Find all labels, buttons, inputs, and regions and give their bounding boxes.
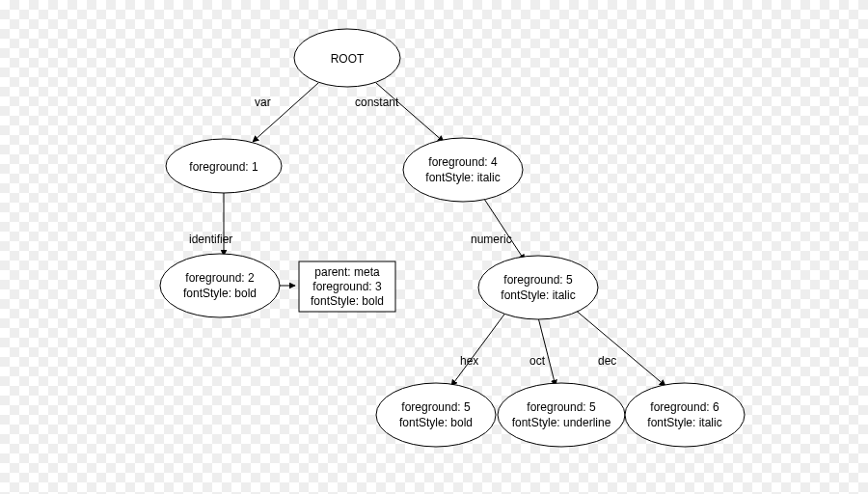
node-numeric: foreground: 5 fontStyle: italic: [478, 256, 598, 319]
svg-point-14: [376, 383, 496, 447]
diagram-canvas: var constant identifier numeric hex: [0, 0, 868, 494]
edge-root-var: var: [253, 83, 318, 142]
node-numeric-line1: foreground: 5: [503, 273, 573, 287]
svg-point-15: [498, 383, 625, 447]
node-hex: foreground: 5 fontStyle: bold: [376, 383, 496, 447]
svg-line-1: [376, 83, 444, 142]
node-meta-box: parent: meta foreground: 3 fontStyle: bo…: [299, 261, 395, 312]
edge-label-hex: hex: [460, 354, 478, 368]
svg-point-11: [160, 254, 280, 317]
node-oct-line1: foreground: 5: [527, 400, 596, 414]
svg-line-4: [482, 196, 525, 261]
node-constant-line2: fontStyle: italic: [425, 171, 500, 184]
svg-line-0: [253, 83, 318, 142]
tree-diagram: var constant identifier numeric hex: [0, 0, 868, 494]
node-dec-line2: fontStyle: italic: [647, 416, 721, 429]
node-dec: foreground: 6 fontStyle: italic: [625, 383, 745, 447]
edge-label-var: var: [255, 96, 271, 109]
node-oct-line2: fontStyle: underline: [512, 416, 611, 429]
node-meta-line1: parent: meta: [314, 265, 380, 279]
edge-numeric-oct: oct: [529, 317, 556, 386]
node-meta-line2: foreground: 3: [312, 280, 382, 293]
node-oct: foreground: 5 fontStyle: underline: [498, 383, 625, 447]
node-root: ROOT: [294, 29, 400, 87]
node-dec-line1: foreground: 6: [650, 400, 719, 414]
node-constant: foreground: 4 fontStyle: italic: [403, 138, 523, 202]
node-constant-line1: foreground: 4: [428, 155, 498, 169]
edge-root-constant: constant: [355, 83, 444, 142]
node-var: foreground: 1: [166, 139, 282, 193]
node-hex-line2: fontStyle: bold: [399, 416, 473, 429]
node-meta-line3: fontStyle: bold: [311, 294, 384, 308]
edge-var-identifier: identifier: [189, 190, 232, 256]
svg-line-6: [538, 317, 556, 386]
node-identifier-line2: fontStyle: bold: [183, 287, 257, 300]
edge-label-constant: constant: [355, 96, 399, 109]
edge-constant-numeric: numeric: [471, 196, 525, 261]
svg-point-16: [625, 383, 745, 447]
node-identifier-line1: foreground: 2: [185, 271, 255, 285]
edge-label-identifier: identifier: [189, 233, 232, 246]
edge-label-dec: dec: [598, 354, 616, 368]
node-numeric-line2: fontStyle: italic: [501, 288, 575, 302]
node-root-label: ROOT: [331, 52, 365, 66]
svg-point-10: [403, 138, 523, 202]
svg-point-13: [478, 256, 598, 319]
svg-line-5: [451, 312, 506, 386]
node-identifier: foreground: 2 fontStyle: bold: [160, 254, 280, 317]
edge-label-numeric: numeric: [471, 233, 512, 246]
svg-line-7: [574, 309, 665, 386]
edge-label-oct: oct: [529, 354, 546, 368]
edge-numeric-dec: dec: [574, 309, 665, 386]
edge-numeric-hex: hex: [451, 312, 506, 386]
node-var-line1: foreground: 1: [189, 160, 258, 174]
node-hex-line1: foreground: 5: [401, 400, 471, 414]
